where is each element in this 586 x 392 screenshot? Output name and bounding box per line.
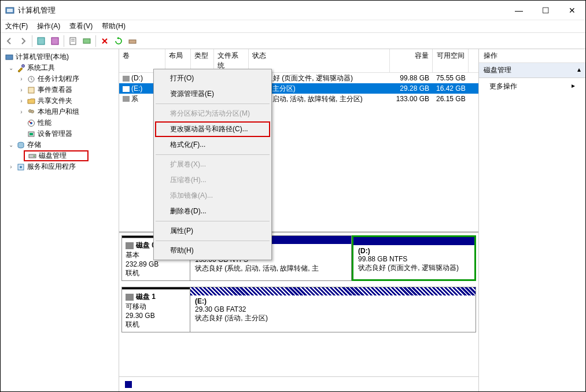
storage-icon bbox=[16, 140, 25, 150]
nav-tree[interactable]: 计算机管理(本地) ⌄ 系统工具 › 任务计划程序 › 事件查看器 › 共享文件… bbox=[1, 49, 119, 391]
menu-help[interactable]: 帮助(H) bbox=[155, 243, 270, 258]
collapse-icon[interactable]: ⌄ bbox=[8, 65, 14, 71]
svg-point-23 bbox=[20, 166, 22, 168]
tree-event-viewer[interactable]: › 事件查看器 bbox=[1, 84, 119, 95]
performance-icon bbox=[27, 119, 36, 128]
users-icon bbox=[27, 108, 36, 117]
expand-icon[interactable]: › bbox=[18, 98, 25, 104]
tree-system-tools[interactable]: ⌄ 系统工具 bbox=[1, 62, 119, 73]
disk-icon bbox=[126, 294, 134, 301]
menu-change-drive-letter[interactable]: 更改驱动器号和路径(C)... bbox=[155, 121, 270, 137]
tree-performance[interactable]: 性能 bbox=[1, 117, 119, 128]
tree-task-scheduler[interactable]: › 任务计划程序 bbox=[1, 73, 119, 84]
toolbar bbox=[1, 33, 585, 49]
svg-rect-2 bbox=[38, 38, 45, 45]
svg-rect-8 bbox=[129, 40, 136, 43]
menu-extend: 扩展卷(X)... bbox=[155, 157, 270, 172]
menu-mirror: 添加镜像(A)... bbox=[155, 188, 270, 204]
svg-rect-7 bbox=[83, 39, 90, 43]
forward-button[interactable] bbox=[17, 35, 30, 47]
tools-icon bbox=[16, 64, 25, 73]
window-title: 计算机管理 bbox=[18, 5, 506, 16]
context-menu: 打开(O) 资源管理器(E) 将分区标记为活动分区(M) 更改驱动器号和路径(C… bbox=[153, 69, 272, 260]
menu-open[interactable]: 打开(O) bbox=[155, 71, 270, 86]
menu-view[interactable]: 查看(V) bbox=[69, 21, 93, 31]
col-capacity[interactable]: 容量 bbox=[390, 49, 433, 72]
toolbar-icon-1[interactable] bbox=[35, 35, 47, 47]
chevron-right-icon: ▸ bbox=[572, 82, 575, 91]
svg-point-14 bbox=[31, 110, 34, 113]
legend-bar bbox=[119, 376, 478, 391]
actions-panel: 操作 磁盘管理 ▴ 更多操作 ▸ bbox=[479, 49, 585, 391]
delete-icon[interactable] bbox=[98, 35, 111, 47]
main-content: 卷 布局 类型 文件系统 状态 容量 可用空间 (D:) 简单 基本 NTFS … bbox=[119, 49, 479, 391]
close-button[interactable]: ✕ bbox=[559, 1, 585, 20]
disk-icon bbox=[126, 242, 134, 249]
menu-delete-volume[interactable]: 删除卷(D)... bbox=[155, 204, 270, 219]
actions-more[interactable]: 更多操作 ▸ bbox=[479, 78, 585, 95]
partition-d[interactable]: (D:) 99.88 GB NTFS 状态良好 (页面文件, 逻辑驱动器) bbox=[352, 235, 476, 281]
legend-swatch bbox=[125, 381, 132, 388]
menu-format[interactable]: 格式化(F)... bbox=[155, 137, 270, 153]
menu-file[interactable]: 文件(F) bbox=[5, 21, 28, 31]
svg-point-21 bbox=[34, 155, 35, 157]
svg-rect-9 bbox=[6, 55, 13, 60]
svg-rect-1 bbox=[7, 9, 13, 12]
clock-icon bbox=[27, 75, 36, 84]
actions-section[interactable]: 磁盘管理 ▴ bbox=[479, 63, 585, 78]
tree-disk-management[interactable]: 磁盘管理 bbox=[24, 150, 89, 161]
expand-icon[interactable]: › bbox=[18, 109, 25, 115]
svg-rect-3 bbox=[51, 38, 58, 45]
menu-help[interactable]: 帮助(H) bbox=[102, 21, 126, 31]
tree-root[interactable]: 计算机管理(本地) bbox=[1, 51, 119, 62]
app-icon bbox=[5, 6, 14, 15]
menu-properties[interactable]: 属性(P) bbox=[155, 223, 270, 239]
disk-header[interactable]: 磁盘 1 可移动 29.30 GB 联机 bbox=[121, 287, 190, 332]
expand-icon[interactable]: › bbox=[18, 87, 25, 93]
tree-storage[interactable]: ⌄ 存储 bbox=[1, 139, 119, 150]
maximize-button[interactable]: ☐ bbox=[532, 1, 559, 20]
disk-row-1[interactable]: 磁盘 1 可移动 29.30 GB 联机 (E:) 29.30 GB FAT32… bbox=[121, 287, 476, 332]
svg-rect-12 bbox=[28, 87, 34, 93]
tree-local-users[interactable]: › 本地用户和组 bbox=[1, 106, 119, 117]
menu-mark-active: 将分区标记为活动分区(M) bbox=[155, 106, 270, 121]
device-icon bbox=[27, 130, 36, 139]
properties-icon[interactable] bbox=[67, 35, 79, 47]
refresh-icon[interactable] bbox=[112, 35, 125, 47]
svg-rect-18 bbox=[30, 133, 33, 135]
menu-bar: 文件(F) 操作(A) 查看(V) 帮助(H) bbox=[1, 20, 585, 33]
partition-e[interactable]: (E:) 29.30 GB FAT32 状态良好 (活动, 主分区) bbox=[190, 287, 476, 332]
col-free[interactable]: 可用空间 bbox=[433, 49, 469, 72]
actions-header: 操作 bbox=[479, 49, 585, 63]
folder-icon bbox=[27, 97, 36, 106]
title-bar: 计算机管理 — ☐ ✕ bbox=[1, 1, 585, 20]
svg-point-10 bbox=[22, 64, 25, 67]
tree-services[interactable]: › 服务和应用程序 bbox=[1, 161, 119, 172]
toolbar-icon-2[interactable] bbox=[49, 35, 61, 47]
collapse-icon[interactable]: ⌄ bbox=[8, 142, 14, 148]
expand-icon[interactable]: › bbox=[8, 164, 14, 170]
event-icon bbox=[27, 86, 36, 95]
menu-action[interactable]: 操作(A) bbox=[37, 21, 60, 31]
expand-icon[interactable]: › bbox=[18, 76, 25, 82]
toolbar-icon-3[interactable] bbox=[80, 35, 93, 47]
services-icon bbox=[16, 162, 25, 172]
menu-shrink: 压缩卷(H)... bbox=[155, 172, 270, 188]
chevron-up-icon: ▴ bbox=[577, 65, 581, 75]
tree-device-manager[interactable]: 设备管理器 bbox=[1, 128, 119, 139]
disk-icon bbox=[28, 151, 37, 161]
back-button[interactable] bbox=[3, 35, 16, 47]
app-window: 计算机管理 — ☐ ✕ 文件(F) 操作(A) 查看(V) 帮助(H) bbox=[0, 0, 586, 392]
computer-icon bbox=[5, 53, 14, 62]
toolbar-icon-4[interactable] bbox=[126, 35, 139, 47]
menu-explorer[interactable]: 资源管理器(E) bbox=[155, 86, 270, 102]
minimize-button[interactable]: — bbox=[506, 1, 532, 20]
tree-shared-folders[interactable]: › 共享文件夹 bbox=[1, 95, 119, 106]
